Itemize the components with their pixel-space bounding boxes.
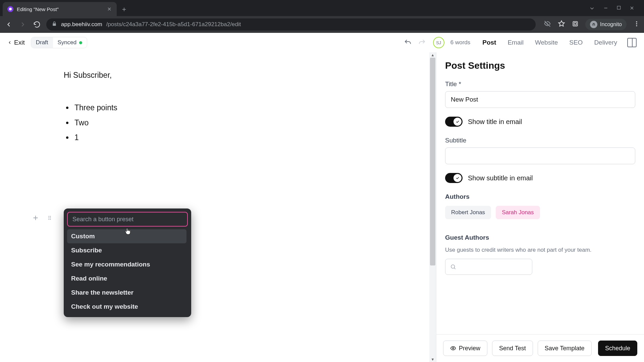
preset-search-input[interactable]: [67, 212, 188, 227]
editor-area: Hi Subscriber, Three pointsTwo1 CustomSu…: [0, 33, 436, 362]
preset-item[interactable]: Check out my website: [67, 300, 186, 314]
undo-button[interactable]: [403, 38, 413, 48]
browser-tab[interactable]: Editing "New Post": [3, 2, 117, 16]
title-input[interactable]: [445, 91, 635, 108]
chevron-down-icon[interactable]: [589, 5, 595, 13]
forward-button[interactable]: [18, 20, 28, 29]
guest-authors-label: Guest Authors: [445, 234, 635, 241]
tab-title: Editing "New Post": [17, 6, 103, 12]
preset-item[interactable]: Share the newsletter: [67, 286, 186, 300]
svg-point-11: [50, 218, 51, 219]
redo-button[interactable]: [417, 38, 427, 48]
panel-footer: Preview Send Test Save Template Schedule: [436, 334, 644, 362]
url-box[interactable]: app.beehiiv.com/posts/c24a3a77-2fe2-415b…: [46, 18, 536, 31]
save-template-button[interactable]: Save Template: [538, 341, 592, 356]
reload-button[interactable]: [32, 20, 42, 29]
send-test-label: Send Test: [499, 345, 526, 352]
title-label: Title *: [445, 80, 635, 88]
show-title-label: Show title in email: [468, 118, 522, 126]
menu-icon[interactable]: [633, 20, 640, 28]
tab-post[interactable]: Post: [482, 37, 496, 48]
settings-panel: Post Settings Title * Show title in emai…: [436, 33, 644, 362]
list-item[interactable]: Three points: [73, 102, 392, 114]
favicon-icon: [7, 6, 13, 12]
star-icon[interactable]: [558, 20, 565, 29]
exit-button[interactable]: Exit: [7, 39, 25, 46]
svg-point-10: [48, 218, 49, 219]
editor-content[interactable]: Hi Subscriber, Three pointsTwo1: [64, 69, 392, 144]
paragraph[interactable]: Hi Subscriber,: [64, 69, 392, 81]
subtitle-label: Subtitle: [445, 137, 635, 144]
word-count: 6 words: [450, 39, 471, 46]
incognito-label: Incognito: [600, 21, 622, 27]
eye-off-icon[interactable]: [544, 20, 551, 29]
new-tab-button[interactable]: [119, 4, 129, 15]
list-item[interactable]: Two: [73, 117, 392, 129]
drag-handle-icon[interactable]: [45, 213, 54, 223]
editor-scroll[interactable]: Hi Subscriber, Three pointsTwo1 CustomSu…: [0, 52, 436, 362]
preset-item[interactable]: See my recommendations: [67, 257, 186, 272]
authors-label: Authors: [445, 193, 635, 200]
send-test-button[interactable]: Send Test: [492, 341, 533, 356]
eye-icon: [450, 345, 456, 351]
show-title-toggle-row: Show title in email: [445, 117, 635, 127]
address-bar: app.beehiiv.com/posts/c24a3a77-2fe2-415b…: [0, 16, 644, 33]
panel-body[interactable]: Post Settings Title * Show title in emai…: [436, 52, 644, 334]
undo-redo-group: [403, 38, 427, 48]
svg-point-8: [48, 216, 49, 217]
sync-label: Synced: [58, 39, 77, 46]
bullet-list[interactable]: Three pointsTwo1: [73, 102, 392, 144]
show-title-toggle[interactable]: [445, 117, 463, 127]
app-topbar: Exit Draft Synced SJ 6 words PostEmailWe…: [0, 33, 644, 52]
author-chip[interactable]: Robert Jonas: [445, 206, 491, 219]
schedule-button[interactable]: Schedule: [598, 341, 637, 356]
scroll-down-icon[interactable]: ▼: [431, 357, 435, 361]
preset-list: CustomSubscribeSee my recommendationsRea…: [67, 229, 188, 314]
author-chips: Robert JonasSarah Jonas: [445, 206, 635, 219]
sync-status: Synced: [53, 37, 87, 48]
svg-point-15: [452, 348, 454, 349]
window-controls: [589, 5, 641, 16]
minimize-icon[interactable]: [603, 5, 608, 13]
avatar[interactable]: SJ: [433, 37, 444, 48]
tab-website[interactable]: Website: [535, 37, 558, 48]
tab-delivery[interactable]: Delivery: [594, 37, 617, 48]
status-pill: Draft Synced: [31, 37, 88, 48]
button-preset-popup: CustomSubscribeSee my recommendationsRea…: [64, 208, 191, 317]
preset-item[interactable]: Read online: [67, 272, 186, 286]
subtitle-input[interactable]: [445, 147, 635, 164]
draft-badge: Draft: [31, 37, 53, 48]
preset-item[interactable]: Subscribe: [67, 243, 186, 257]
extensions-icon[interactable]: [572, 20, 579, 28]
panel-toggle-button[interactable]: [627, 38, 637, 47]
incognito-indicator[interactable]: Incognito: [585, 19, 627, 30]
show-subtitle-toggle[interactable]: [445, 173, 463, 183]
svg-point-14: [451, 265, 455, 268]
preview-button[interactable]: Preview: [443, 341, 487, 356]
scrollbar-thumb[interactable]: [430, 58, 435, 265]
tab-email[interactable]: Email: [507, 37, 524, 48]
svg-point-7: [636, 25, 637, 26]
back-button[interactable]: [4, 20, 13, 29]
scroll-up-icon[interactable]: ▲: [431, 53, 435, 57]
app-body: Hi Subscriber, Three pointsTwo1 CustomSu…: [0, 33, 644, 362]
url-domain: app.beehiiv.com: [61, 21, 102, 28]
maximize-icon[interactable]: [616, 5, 621, 13]
incognito-icon: [590, 21, 597, 28]
guest-author-search[interactable]: [445, 259, 532, 275]
exit-label: Exit: [14, 39, 25, 46]
preset-item[interactable]: Custom: [67, 229, 186, 243]
tab-seo[interactable]: SEO: [569, 37, 583, 48]
panel-tabs: PostEmailWebsiteSEODelivery: [482, 37, 617, 48]
svg-point-12: [48, 219, 49, 220]
search-icon: [450, 264, 456, 270]
scrollbar[interactable]: ▲ ▼: [429, 52, 436, 362]
add-block-button[interactable]: [31, 213, 40, 223]
list-item[interactable]: 1: [73, 131, 392, 144]
close-window-icon[interactable]: [629, 5, 635, 13]
preview-label: Preview: [459, 345, 480, 352]
close-tab-icon[interactable]: [107, 6, 112, 12]
svg-rect-1: [573, 21, 577, 26]
author-chip[interactable]: Sarah Jonas: [496, 206, 540, 219]
svg-point-13: [50, 219, 51, 220]
